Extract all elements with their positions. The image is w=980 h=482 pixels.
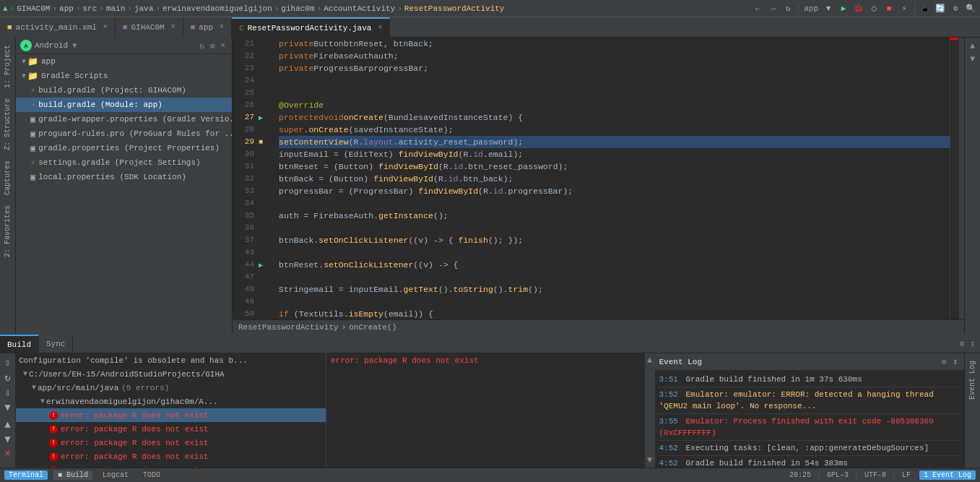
code-line-33: progressBar = (ProgressBar) findViewById… <box>279 185 950 197</box>
breadcrumb-erwina[interactable]: erwinavendaomiguelgijon <box>162 4 272 13</box>
build-error-2[interactable]: ! error: package R does not exist <box>16 422 326 436</box>
tab-close-btn[interactable]: × <box>220 23 224 31</box>
sidebar-close-btn[interactable]: × <box>218 40 227 51</box>
build-error-3[interactable]: ! error: package R does not exist <box>16 436 326 449</box>
build-filter-icon[interactable]: ▼ <box>4 402 10 413</box>
path-text: erwinavendaomiguelgijon/gihac0m/A... <box>46 397 218 406</box>
build-app-src[interactable]: ▼ app/src/main/java (5 errors) <box>16 381 326 395</box>
line-num: 33 <box>233 185 254 197</box>
breadcrumb-account[interactable]: AccountActivity <box>324 4 395 13</box>
run-gutter-icon-44[interactable]: ▶ <box>259 261 263 270</box>
line-num: 32 <box>233 173 254 185</box>
build-restart-icon[interactable]: ↻ <box>4 371 10 384</box>
build-error-clear-icon[interactable]: × <box>4 448 10 460</box>
event-log-vtab[interactable]: Event Log <box>966 356 979 404</box>
run-gutter-icon-27[interactable]: ▶ <box>259 113 263 122</box>
line-num: 28 <box>233 124 254 136</box>
tree-item-settings-gradle[interactable]: ⚡ settings.gradle (Project Settings) <box>16 155 232 170</box>
build-scroll-down-btn[interactable]: ▼ <box>4 434 10 445</box>
build-scrollbar[interactable]: ▲ ▼ <box>645 353 655 468</box>
breadcrumb-gihac0m[interactable]: GIHAC0M <box>17 4 50 13</box>
event-entry-2[interactable]: 3:52 Emulator: emulator: ERROR: detected… <box>658 387 962 414</box>
xml-file-icon: ■ <box>7 23 12 32</box>
build-settings-btn[interactable]: ⚙ <box>958 338 967 349</box>
bottom-tab-build-label: Build <box>7 340 31 349</box>
build-close-btn[interactable]: ↧ <box>968 338 977 349</box>
project-tree: ▼ 📁 app ▼ 📁 Gradle Scripts ⚡ build.gradl… <box>16 54 232 334</box>
favorites-vtab[interactable]: 2: Favorites <box>1 201 14 262</box>
tab-reset-password-activity[interactable]: C ResetPasswordActivity.java × <box>232 17 390 38</box>
build-path-root[interactable]: ▼ C:/Users/EH-15/AndroidStudioProjects/G… <box>16 367 326 381</box>
build-package-path[interactable]: ▼ erwinavendaomiguelgijon/gihac0m/A... <box>16 395 326 408</box>
project-vtab[interactable]: 1: Project <box>1 40 14 92</box>
avd-icon[interactable]: 📱 <box>919 2 932 15</box>
profile-icon[interactable]: ◯ <box>867 2 880 15</box>
build-scroll-btn[interactable]: ▲ <box>4 419 10 431</box>
breadcrumb-app[interactable]: app <box>59 4 74 13</box>
back-nav-icon[interactable]: ← <box>751 2 764 15</box>
tab-gihac0m[interactable]: ■ GIHAC0M × <box>116 17 183 38</box>
build-down-icon[interactable]: ⇩ <box>4 387 10 399</box>
tree-item-proguard[interactable]: ▣ proguard-rules.pro (ProGuard Rules for… <box>16 126 232 141</box>
tree-item-app[interactable]: ▼ 📁 app <box>16 54 232 69</box>
bottom-tab-sync[interactable]: Sync <box>39 335 73 353</box>
build-error-4[interactable]: ! error: package R does not exist <box>16 449 326 463</box>
captures-vtab[interactable]: Captures <box>1 156 14 199</box>
tree-item-gradle-scripts[interactable]: ▼ 📁 Gradle Scripts <box>16 69 232 83</box>
gradle-icon: ⚡ <box>30 158 35 168</box>
sidebar-sync-btn[interactable]: ↻ <box>197 40 207 51</box>
stop-icon[interactable]: ■ <box>883 2 896 15</box>
breadcrumb-reset[interactable]: ResetPasswordActivity <box>404 4 505 13</box>
tab-app[interactable]: ■ app × <box>183 17 232 38</box>
scroll-up-btn[interactable]: ▲ <box>967 40 979 52</box>
build-output-tree: Configuration 'compile' is obsolete and … <box>16 353 326 468</box>
run-config-dropdown[interactable]: ▼ <box>822 2 835 15</box>
build-up-icon[interactable]: ⇧ <box>4 356 10 369</box>
debug-icon[interactable]: 🐞 <box>852 2 865 15</box>
structure-vtab[interactable]: Z: Structure <box>1 94 14 155</box>
tab-close-btn[interactable]: × <box>378 24 382 32</box>
todo-btn[interactable]: TODO <box>139 470 165 480</box>
bottom-tab-build[interactable]: Build <box>0 335 39 353</box>
tab-close-btn[interactable]: × <box>103 23 108 31</box>
tab-activity-main-xml[interactable]: ■ activity_main.xml × <box>0 17 116 38</box>
terminal-btn[interactable]: Terminal <box>4 470 48 480</box>
code-line-44: btnReset.setOnClickListener((v) -> { <box>279 259 950 271</box>
sync-icon[interactable]: ↻ <box>781 2 794 15</box>
breadcrumb-gihac0m2[interactable]: gihac0m <box>281 4 314 13</box>
code-editor[interactable]: private Button btnReset, btnBack; privat… <box>274 38 950 319</box>
sdk-icon[interactable]: 🔄 <box>934 2 947 15</box>
tree-item-build-gradle-module[interactable]: ⚡ build.gradle (Module: app) <box>16 98 232 112</box>
tree-item-build-gradle-project[interactable]: ⚡ build.gradle (Project: GIHAC0M) <box>16 83 232 98</box>
build-status-btn[interactable]: ■ Build <box>53 470 92 480</box>
event-entry-5[interactable]: 4:52 Gradle build finished in 54s 383ms <box>658 456 962 468</box>
event-log-status-btn[interactable]: 1 Event Log <box>919 470 976 480</box>
run-icon[interactable]: ▶ <box>837 2 850 15</box>
forward-nav-icon[interactable]: → <box>766 2 779 15</box>
event-log-close[interactable]: ↧ <box>950 356 960 367</box>
settings-icon[interactable]: ⚙ <box>949 2 962 15</box>
right-scrollbar[interactable] <box>958 38 964 319</box>
event-log-content: 3:51 Gradle build finished in 1m 37s 630… <box>655 371 965 468</box>
scroll-down-btn[interactable]: ▼ <box>967 53 979 65</box>
logcat-btn[interactable]: Logcat <box>98 470 133 480</box>
event-log-settings[interactable]: ⚙ <box>940 356 949 367</box>
left-vtabs: 1: Project Z: Structure Captures 2: Favo… <box>0 38 16 334</box>
tab-close-btn[interactable]: × <box>171 23 175 31</box>
tree-item-gradle-props[interactable]: ▣ gradle.properties (Project Properties) <box>16 141 232 155</box>
event-entry-4[interactable]: 4:52 Executing tasks: [clean, :app:gener… <box>658 441 962 456</box>
gradle-icon[interactable]: ⚡ <box>898 2 911 15</box>
scroll-up[interactable]: ▲ <box>644 355 656 366</box>
build-error-1[interactable]: ! error: package R does not exist <box>16 408 326 422</box>
breadcrumb-java[interactable]: java <box>134 4 153 13</box>
tree-item-local-props[interactable]: ▣ local.properties (SDK Location) <box>16 170 232 184</box>
breadcrumb-src[interactable]: src <box>82 4 97 13</box>
sidebar-settings-btn[interactable]: ⚙ <box>208 40 217 51</box>
breadcrumb-main[interactable]: main <box>106 4 125 13</box>
tree-item-gradle-wrapper[interactable]: ▣ gradle-wrapper.properties (Gradle Vers… <box>16 112 232 126</box>
search-icon[interactable]: 🔍 <box>964 2 977 15</box>
event-entry-3[interactable]: 3:55 Emulator: Process finished with exi… <box>658 414 962 441</box>
scroll-down[interactable]: ▼ <box>644 455 656 466</box>
event-entry-1[interactable]: 3:51 Gradle build finished in 1m 37s 630… <box>658 372 962 387</box>
build-config-warning[interactable]: Configuration 'compile' is obsolete and … <box>16 353 326 367</box>
